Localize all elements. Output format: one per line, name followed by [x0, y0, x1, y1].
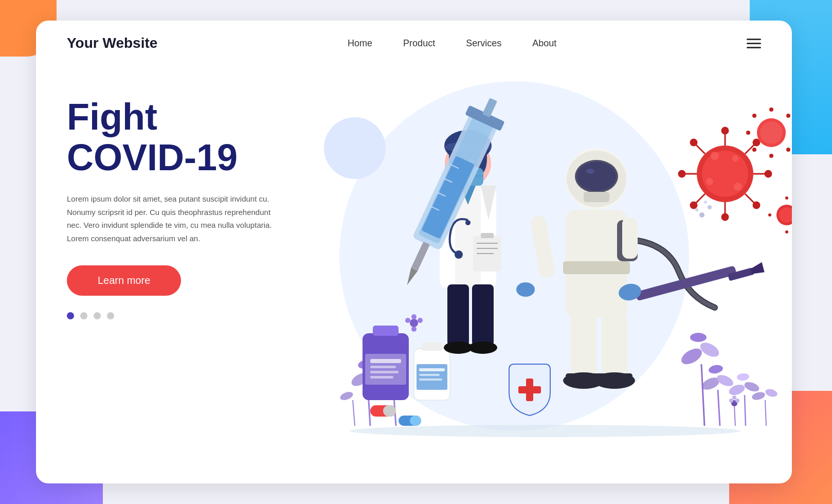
hero-title-line1: Fight	[67, 96, 157, 137]
svg-line-104	[745, 194, 755, 204]
svg-rect-52	[472, 284, 494, 346]
svg-point-141	[708, 364, 724, 375]
flower-accents	[405, 314, 423, 332]
svg-rect-82	[571, 313, 596, 380]
svg-marker-79	[749, 262, 764, 276]
svg-point-159	[708, 205, 712, 209]
svg-rect-76	[622, 218, 638, 259]
svg-point-81	[516, 282, 535, 297]
nav-item-services[interactable]: Services	[466, 38, 501, 49]
capsule-1	[370, 405, 396, 417]
svg-rect-58	[482, 98, 497, 117]
hero-illustration	[314, 76, 761, 479]
svg-point-54	[468, 341, 497, 354]
svg-rect-19	[417, 364, 447, 390]
svg-point-150	[679, 346, 704, 368]
svg-point-70	[586, 169, 594, 174]
svg-point-166	[411, 327, 417, 332]
carousel-dots	[67, 312, 314, 319]
svg-point-156	[735, 399, 739, 403]
dot-1[interactable]	[67, 312, 74, 319]
nav-item-home[interactable]: Home	[348, 38, 372, 49]
svg-line-126	[782, 143, 787, 148]
svg-point-140	[715, 373, 735, 389]
svg-point-147	[751, 391, 766, 401]
svg-point-9	[339, 390, 354, 402]
svg-rect-14	[370, 366, 396, 368]
svg-rect-15	[370, 371, 399, 373]
hero-left: Fight COVID-19 Lorem ipsum dolor sit ame…	[67, 76, 314, 319]
svg-point-165	[411, 314, 417, 319]
plants-right-group	[679, 333, 778, 426]
nav-item-product[interactable]: Product	[403, 38, 435, 49]
svg-point-131	[785, 196, 788, 200]
svg-point-155	[729, 399, 733, 403]
svg-rect-51	[447, 284, 469, 346]
svg-line-138	[718, 390, 720, 426]
svg-line-98	[695, 144, 705, 154]
svg-point-123	[786, 114, 790, 118]
nav-link-product[interactable]: Product	[403, 38, 435, 48]
svg-line-122	[782, 117, 787, 122]
svg-point-99	[691, 139, 697, 146]
svg-point-89	[702, 151, 748, 197]
svg-point-113	[769, 107, 773, 112]
svg-point-135	[768, 213, 771, 217]
svg-rect-83	[602, 313, 627, 380]
hamburger-line-2	[747, 43, 761, 44]
svg-point-45	[455, 250, 463, 259]
svg-rect-21	[419, 374, 440, 376]
dot-2[interactable]	[80, 312, 87, 319]
svg-point-152	[690, 333, 707, 342]
svg-point-164	[418, 318, 423, 323]
svg-line-153	[734, 405, 735, 426]
svg-point-108	[706, 178, 713, 185]
svg-point-163	[405, 318, 410, 323]
svg-point-105	[753, 202, 759, 208]
svg-point-69	[577, 162, 616, 191]
svg-rect-64	[410, 242, 430, 273]
svg-rect-13	[370, 359, 401, 363]
svg-rect-12	[365, 354, 406, 385]
svg-line-102	[695, 194, 705, 204]
svg-point-44	[465, 220, 471, 225]
svg-point-151	[698, 339, 721, 359]
svg-line-120	[756, 117, 761, 122]
virus-particles	[679, 107, 792, 233]
nav-item-about[interactable]: About	[532, 38, 556, 49]
svg-point-97	[765, 171, 771, 177]
nav-link-about[interactable]: About	[532, 38, 556, 48]
svg-rect-26	[410, 416, 421, 426]
svg-rect-87	[596, 373, 632, 384]
hamburger-menu[interactable]	[747, 39, 761, 48]
svg-rect-16	[370, 376, 393, 379]
svg-point-144	[743, 380, 761, 393]
nav-link-home[interactable]: Home	[348, 38, 372, 48]
svg-line-149	[701, 364, 704, 426]
svg-point-133	[785, 230, 788, 233]
svg-point-148	[765, 388, 779, 398]
svg-point-125	[752, 148, 756, 152]
svg-point-115	[769, 154, 773, 158]
dot-3[interactable]	[94, 312, 101, 319]
learn-more-button[interactable]: Learn more	[67, 265, 181, 296]
svg-point-93	[722, 214, 728, 220]
svg-point-158	[699, 212, 704, 218]
svg-line-146	[765, 400, 766, 426]
svg-point-107	[732, 155, 738, 161]
svg-rect-75	[530, 215, 555, 278]
hero-title: Fight COVID-19	[67, 97, 314, 178]
svg-point-95	[679, 171, 685, 177]
svg-rect-20	[419, 368, 445, 371]
svg-line-142	[745, 395, 746, 426]
svg-point-111	[760, 121, 783, 144]
medicine-bottle-1	[363, 326, 409, 400]
svg-point-101	[753, 139, 759, 146]
svg-rect-22	[419, 379, 442, 381]
nav-links: Home Product Services About	[348, 38, 556, 49]
svg-rect-77	[635, 265, 737, 301]
spray-particles	[695, 201, 712, 218]
nav-link-services[interactable]: Services	[466, 38, 501, 48]
site-logo[interactable]: Your Website	[67, 35, 157, 51]
dot-4[interactable]	[107, 312, 114, 319]
